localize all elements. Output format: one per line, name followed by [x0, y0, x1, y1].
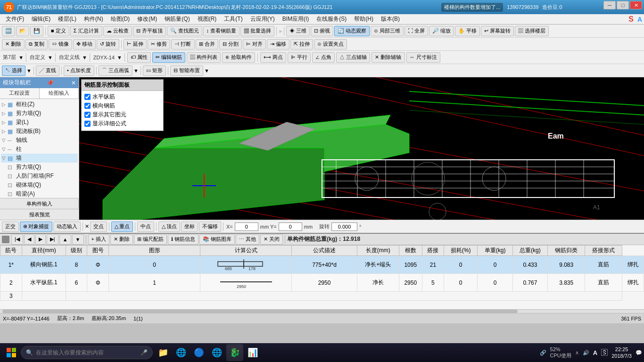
tb-fullscreen[interactable]: ⛶ 全屏	[405, 26, 428, 36]
tree-item-shear-wall2[interactable]: ⊡ 剪力墙(Q)	[1, 163, 78, 172]
search-bar[interactable]: 🔍 在这里输入你要搜索的内容 🎤	[21, 346, 153, 359]
tb-split[interactable]: ⊟ 分割	[219, 39, 242, 49]
microphone-icon[interactable]: 🎤	[140, 349, 148, 356]
tb-delete[interactable]: ✕ 删除	[2, 39, 25, 49]
tb-zoom[interactable]: 🔎 缩放	[429, 26, 454, 36]
tb-no-offset[interactable]: 不偏移	[199, 222, 221, 232]
tb-merge[interactable]: ⊞ 合并	[196, 39, 218, 49]
tb-align-top[interactable]: ⊟ 齐平板顶	[133, 26, 166, 36]
tb-copy[interactable]: ⧉ 复制	[25, 39, 48, 49]
tb-pan[interactable]: ✋ 平移	[455, 26, 480, 36]
tb-member-list[interactable]: ▤ 构件列表	[187, 52, 221, 63]
system-clock[interactable]: 22:25 2018/7/3	[611, 346, 632, 360]
tb-trim[interactable]: ✂ 修剪	[148, 39, 170, 49]
tb-point-length[interactable]: • 点加长度	[64, 66, 94, 76]
tree-item-wall[interactable]: ▽ ▤ 墙	[1, 154, 78, 163]
scrollbar-thumb[interactable]	[2, 310, 518, 313]
sidebar-pin-icon[interactable]: 📌	[47, 80, 54, 86]
report-preview-button[interactable]: 报表预览	[0, 209, 79, 220]
tb-three-point[interactable]: △ 三点辅轴	[336, 52, 370, 63]
tb-offset[interactable]: ⇥ 偏移	[267, 39, 289, 49]
tb-sum[interactable]: Σ 汇总计算	[70, 26, 102, 36]
menu-tools[interactable]: 工具(T)	[220, 14, 246, 24]
maximize-button[interactable]: □	[617, 1, 629, 9]
tb-define[interactable]: ■ 定义	[48, 26, 69, 36]
check-trans-rebar[interactable]	[84, 103, 91, 109]
tb-nav-next[interactable]: ▶	[35, 234, 46, 245]
menu-edit[interactable]: 编辑(E)	[28, 14, 54, 24]
tb-edit-rebar[interactable]: ✏ 编辑钢筋	[152, 52, 185, 63]
tb-midpoint[interactable]: △ 重点	[111, 222, 133, 232]
menu-version[interactable]: 版本(B)	[377, 14, 404, 24]
menu-help[interactable]: 帮助(H)	[350, 14, 377, 24]
tb-align[interactable]: ⊨ 对齐	[243, 39, 266, 49]
taskbar-item-edge[interactable]: 🌐	[208, 344, 225, 361]
tb-setgrip[interactable]: ⊙ 设置夹点	[314, 39, 347, 49]
tb-save[interactable]: 💾	[30, 26, 43, 36]
notification-icon[interactable]: 💬	[636, 350, 642, 356]
tb-nav-first[interactable]: |◀	[11, 234, 23, 245]
tb-nav-last[interactable]: ▶|	[47, 234, 58, 245]
tb-rectangle[interactable]: ▭ 矩形	[143, 66, 166, 76]
tb-select-floor[interactable]: ▤ 选择楼层	[515, 26, 549, 36]
tb-select-mode[interactable]: ↖ 选择	[2, 66, 25, 76]
tb-two-point[interactable]: ⟷ 两点	[260, 52, 286, 63]
tree-item-beam[interactable]: ▷ ▦ 梁(L)	[1, 118, 78, 127]
tb-pick-member[interactable]: ⊕ 拾取构件	[222, 52, 255, 63]
taskbar-item-chrome[interactable]: 🔵	[190, 344, 207, 361]
tb-3d[interactable]: ◈ 三维	[286, 26, 310, 36]
volume-icon[interactable]: 🔊	[583, 350, 589, 356]
tb-batch-select[interactable]: ▦ 批量选择	[240, 26, 274, 36]
tb-coord[interactable]: 坐标	[181, 222, 198, 232]
tb-other[interactable]: ⋯ 其他	[236, 234, 259, 245]
taskbar-item-app1[interactable]: 🐉	[226, 344, 243, 361]
tb-stretch[interactable]: ⇱ 拉伸	[290, 39, 313, 49]
tab-project-settings[interactable]: 工程设置	[0, 88, 40, 99]
tb-insert[interactable]: + 插入	[88, 234, 109, 245]
menu-floor[interactable]: 楼层(L)	[54, 14, 80, 24]
menu-online[interactable]: 在线服务(S)	[313, 14, 350, 24]
menu-draw[interactable]: 绘图(D)	[107, 14, 134, 24]
menu-bim[interactable]: BIM应用(I)	[279, 14, 313, 24]
tb-close[interactable]: ✕ 关闭	[260, 234, 283, 245]
table-row[interactable]: 1* 横向钢筋.1 8 Φ 0 685 178	[0, 256, 644, 274]
network-icon[interactable]: 🔗	[540, 350, 546, 356]
tb-top-view[interactable]: ⊡ 俯视	[311, 26, 333, 36]
tb-nav-up[interactable]: ▲	[59, 234, 71, 245]
tb-three-arc[interactable]: ⌒ 三点画弧	[99, 66, 132, 76]
tb-extend[interactable]: ⊢ 延伸	[124, 39, 147, 49]
tb-vertex[interactable]: △ 顶点	[158, 222, 180, 232]
tb-smart-layout[interactable]: ⊟ 智能布置	[170, 66, 203, 76]
tree-item-masonry[interactable]: ⊡ 砌体墙(Q)	[1, 181, 78, 189]
tb-dim[interactable]: ↔ 尺寸标注	[406, 52, 440, 63]
tb-intersect[interactable]: 交点	[90, 222, 107, 232]
tray-expand[interactable]: ∧	[575, 350, 579, 356]
check-horiz-rebar[interactable]	[84, 94, 91, 100]
tree-item-frame-col[interactable]: ▷ ▦ 框柱(Z)	[1, 100, 78, 109]
tb-find[interactable]: 🔍 查找图元	[167, 26, 202, 36]
tb-del-aux[interactable]: ✕ 删除辅轴	[372, 52, 405, 63]
close-button[interactable]: ✕	[630, 1, 642, 9]
rotate-input[interactable]	[331, 222, 357, 231]
tb-fit-rebar[interactable]: ⊞ 编尺配筋	[134, 234, 167, 245]
y-input[interactable]	[279, 222, 302, 231]
tb-rotate[interactable]: ↺ 旋转	[97, 39, 119, 49]
tree-item-col[interactable]: ▽ ─ 柱	[1, 145, 78, 154]
tree-item-cast-slab[interactable]: ▷ ▦ 现浇板(B)	[1, 127, 78, 136]
tab-draw-input[interactable]: 绘图输入	[40, 88, 79, 99]
tb-dynamic-input[interactable]: 动态输入	[53, 222, 81, 232]
tb-nav-down[interactable]: ▼	[72, 234, 84, 245]
tb-del-row[interactable]: ✕ 删除	[110, 234, 133, 245]
tb-point-angle[interactable]: ∠ 点角	[312, 52, 335, 63]
table-row[interactable]: 2 水平纵筋.1 6 Φ 1 2950 2950 净长 2950	[0, 274, 644, 292]
input-method-icon[interactable]: A	[593, 349, 597, 356]
menu-modify[interactable]: 修改(M)	[133, 14, 161, 24]
tb-obj-snap[interactable]: ⊕ 对象捕捉	[20, 222, 52, 232]
tb-dynamic-view[interactable]: 🔄 动态观察	[334, 26, 370, 36]
menu-cloud[interactable]: 云应用(Y)	[247, 14, 279, 24]
canvas-area[interactable]: A1 Eam 钢筋显示控制面板 水平纵筋 横向钢筋 显示其它图元	[79, 77, 644, 220]
taskbar-item-ie[interactable]: 🌐	[173, 344, 190, 361]
tree-item-hidden-beam[interactable]: ⊡ 暗梁(A)	[1, 189, 78, 198]
start-button[interactable]	[2, 344, 21, 361]
tb-new[interactable]: 🆕	[2, 26, 15, 36]
